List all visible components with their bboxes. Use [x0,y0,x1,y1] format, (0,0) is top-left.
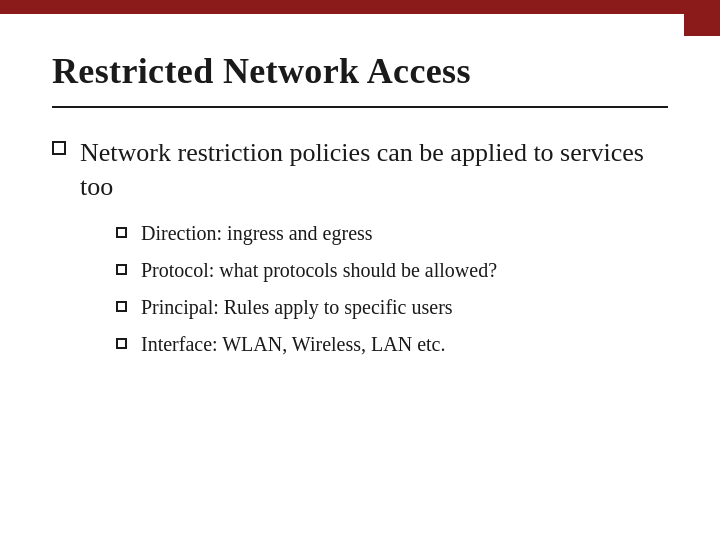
slide-content: Restricted Network Access Network restri… [0,14,720,540]
main-bullet-text: Network restriction policies can be appl… [80,136,668,204]
sub-bullet-marker-2 [116,298,127,316]
sub-bullet-square-2 [116,301,127,312]
sub-bullet-text-1: Protocol: what protocols should be allow… [141,257,497,284]
slide: Restricted Network Access Network restri… [0,0,720,540]
sub-bullets-list: Direction: ingress and egress Protocol: … [116,220,668,358]
sub-bullet-square-0 [116,227,127,238]
top-bar [0,0,720,14]
corner-accent [684,0,720,36]
sub-bullet-item-0: Direction: ingress and egress [116,220,668,247]
main-bullet-marker [52,141,66,159]
sub-bullet-square-3 [116,338,127,349]
sub-bullet-text-0: Direction: ingress and egress [141,220,373,247]
sub-bullet-item-3: Interface: WLAN, Wireless, LAN etc. [116,331,668,358]
sub-bullet-item-1: Protocol: what protocols should be allow… [116,257,668,284]
main-bullet-content: Network restriction policies can be appl… [80,136,668,358]
sub-bullet-square-1 [116,264,127,275]
sub-bullet-marker-1 [116,261,127,279]
main-bullet-section: Network restriction policies can be appl… [52,136,668,358]
sub-bullet-text-3: Interface: WLAN, Wireless, LAN etc. [141,331,445,358]
slide-title: Restricted Network Access [52,50,668,92]
sub-bullet-text-2: Principal: Rules apply to specific users [141,294,453,321]
sub-bullet-marker-3 [116,335,127,353]
sub-bullet-marker-0 [116,224,127,242]
sub-bullet-item-2: Principal: Rules apply to specific users [116,294,668,321]
main-bullet-square [52,141,66,155]
title-divider [52,106,668,108]
